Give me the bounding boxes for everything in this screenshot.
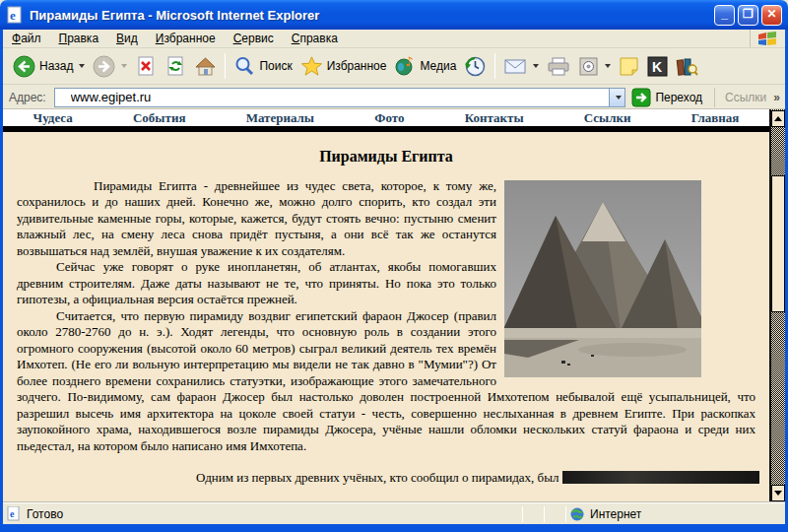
media-icon: ♪ xyxy=(394,55,416,77)
k-icon: K xyxy=(647,56,668,77)
svg-text:e: e xyxy=(10,508,15,519)
nav-divider xyxy=(3,126,769,132)
go-arrow-icon xyxy=(631,88,651,107)
article: Пирамиды Египта xyxy=(3,149,769,487)
status-empty-pane xyxy=(545,503,565,524)
edit-dropdown-icon[interactable] xyxy=(605,64,611,68)
address-field[interactable] xyxy=(54,88,626,107)
pyramids-photo xyxy=(504,180,701,377)
k-tool-button[interactable]: K xyxy=(643,54,672,79)
address-dropdown-button[interactable] xyxy=(609,89,625,106)
links-label[interactable]: Ссылки xyxy=(714,88,770,107)
back-dropdown-icon[interactable] xyxy=(79,64,85,68)
mail-icon xyxy=(503,56,527,76)
browser-window: e Пирамиды Египта - Microsoft Internet E… xyxy=(0,0,788,532)
favorites-star-icon xyxy=(300,55,323,77)
partial-photo xyxy=(562,471,759,484)
restore-button[interactable]: ❐ xyxy=(738,5,758,26)
status-zone-pane: Интернет xyxy=(566,503,785,524)
research-button[interactable] xyxy=(672,54,702,79)
toolbar-separator xyxy=(225,53,226,79)
ie-logo-icon: e xyxy=(6,6,24,24)
toolbar-separator xyxy=(494,53,495,79)
window-border-left xyxy=(0,30,3,532)
nav-link-photo[interactable]: Фото xyxy=(374,110,404,126)
page-title: Пирамиды Египта xyxy=(17,149,755,166)
toolbar: Назад xyxy=(3,48,785,85)
edit-icon xyxy=(578,56,599,77)
ie-page-icon: e xyxy=(7,506,22,521)
site-nav: Чудеса События Материалы Фото Контакты С… xyxy=(3,109,769,126)
media-button[interactable]: ♪ Медиа xyxy=(390,53,460,79)
paragraph-with-image: Одним из первых древних учёных, кто сооб… xyxy=(17,470,755,487)
menu-favorites[interactable]: Избранное xyxy=(147,30,225,47)
go-button[interactable]: Переход xyxy=(625,88,708,107)
svg-text:♪: ♪ xyxy=(405,55,413,69)
menu-bar: Файл Правка Вид Избранное Сервис Справка xyxy=(3,30,785,48)
menu-tools[interactable]: Сервис xyxy=(225,30,283,47)
back-label: Назад xyxy=(39,59,73,73)
svg-text:e: e xyxy=(10,8,16,23)
status-ready-pane: e Готово xyxy=(3,503,522,524)
scroll-up-button[interactable] xyxy=(771,110,785,127)
nav-link-wonders[interactable]: Чудеса xyxy=(33,110,73,126)
nav-link-home[interactable]: Главная xyxy=(691,110,740,126)
history-clock-icon xyxy=(464,55,487,78)
web-page: Чудеса События Материалы Фото Контакты С… xyxy=(3,109,771,502)
triangle-down-icon xyxy=(774,491,782,496)
forward-button[interactable] xyxy=(89,53,131,80)
home-button[interactable] xyxy=(190,53,221,79)
toolbar-overflow-chevron[interactable]: » xyxy=(770,91,783,104)
forward-dropdown-icon[interactable] xyxy=(121,64,127,68)
stop-button[interactable] xyxy=(131,53,161,79)
address-label: Адрес: xyxy=(5,91,54,104)
media-label: Медиа xyxy=(420,59,456,73)
paragraph-text: Одним из первых древних учёных, кто сооб… xyxy=(196,470,558,485)
forward-arrow-icon xyxy=(93,55,115,78)
refresh-icon xyxy=(164,55,186,77)
back-button[interactable]: Назад xyxy=(9,53,89,80)
home-icon xyxy=(194,55,217,77)
print-button[interactable] xyxy=(543,54,574,79)
menu-edit[interactable]: Правка xyxy=(50,30,108,47)
discuss-button[interactable] xyxy=(615,54,643,79)
close-button[interactable]: ✕ xyxy=(761,5,782,26)
nav-link-events[interactable]: События xyxy=(133,110,185,126)
page-viewport: Чудеса События Материалы Фото Контакты С… xyxy=(3,109,785,502)
address-bar: Адрес: Переход Ссылки » xyxy=(3,86,785,109)
title-bar[interactable]: e Пирамиды Египта - Microsoft Internet E… xyxy=(0,0,788,30)
back-arrow-icon xyxy=(13,55,35,78)
menu-view[interactable]: Вид xyxy=(107,30,147,47)
window-border-bottom xyxy=(0,524,788,532)
nav-link-materials[interactable]: Материалы xyxy=(246,110,314,126)
vertical-scrollbar[interactable] xyxy=(771,109,785,502)
search-button[interactable]: Поиск xyxy=(230,53,296,79)
history-button[interactable] xyxy=(460,53,491,80)
print-icon xyxy=(547,56,570,77)
menu-help[interactable]: Справка xyxy=(283,30,347,47)
mail-dropdown-icon[interactable] xyxy=(533,64,539,68)
scrollbar-thumb[interactable] xyxy=(771,175,785,312)
nav-link-links[interactable]: Ссылки xyxy=(584,110,631,126)
globe-icon xyxy=(570,507,584,521)
books-icon xyxy=(676,56,698,77)
chevron-down-icon xyxy=(616,96,622,100)
edit-button[interactable] xyxy=(574,54,615,79)
status-text: Готово xyxy=(27,507,63,521)
zone-text: Интернет xyxy=(590,507,641,521)
address-input[interactable] xyxy=(55,89,609,106)
go-label: Переход xyxy=(655,91,702,104)
refresh-button[interactable] xyxy=(161,53,190,79)
mail-button[interactable] xyxy=(499,54,543,78)
stop-icon xyxy=(135,55,157,77)
menu-file[interactable]: Файл xyxy=(3,30,50,47)
minimize-button[interactable]: _ xyxy=(714,5,735,26)
favorites-button[interactable]: Избранное xyxy=(296,53,391,79)
search-label: Поиск xyxy=(259,59,292,73)
nav-link-contacts[interactable]: Контакты xyxy=(465,110,524,126)
favorites-label: Избранное xyxy=(327,59,387,73)
status-empty-pane xyxy=(523,503,544,524)
scroll-down-button[interactable] xyxy=(771,485,785,501)
note-icon xyxy=(619,56,639,77)
windows-logo xyxy=(750,30,783,47)
